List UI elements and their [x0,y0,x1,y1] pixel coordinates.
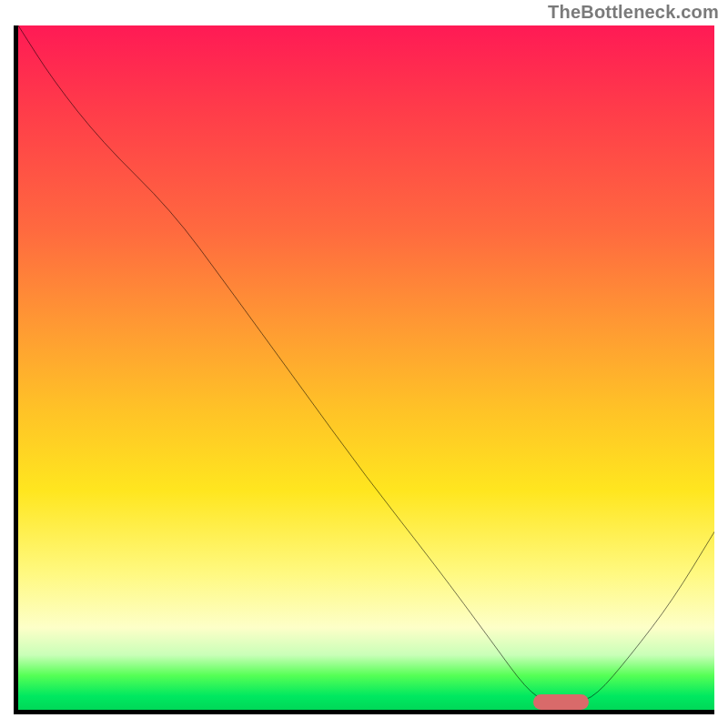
valley-marker [533,694,589,710]
bottleneck-curve [18,25,714,710]
attribution-text: TheBottleneck.com [548,2,719,23]
plot-area [14,25,714,714]
chart-container: TheBottleneck.com [0,0,728,728]
